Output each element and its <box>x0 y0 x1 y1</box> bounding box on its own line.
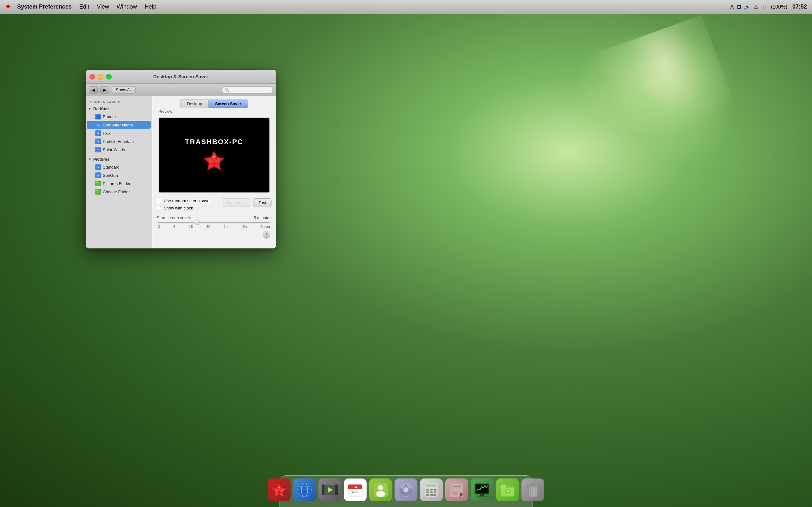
close-button[interactable] <box>90 74 95 79</box>
apple-menu-icon[interactable]: ✦ <box>5 3 11 11</box>
svg-rect-34 <box>322 485 324 495</box>
flux-label: Flux <box>103 131 111 135</box>
slider-section: Start screen saver: 5 minutes 3 5 15 30 … <box>157 213 271 231</box>
dock-item-activity-monitor[interactable] <box>471 478 494 501</box>
songun-label: SonGun <box>103 173 118 178</box>
volume-icon[interactable]: 🔊 <box>744 4 751 10</box>
slider-value: 5 minutes <box>254 216 271 220</box>
options-button[interactable]: Options... <box>222 199 250 207</box>
songun-icon: ★ <box>95 172 101 178</box>
svg-text:MON: MON <box>352 491 358 494</box>
tab-screen-saver[interactable]: Screen Saver <box>209 100 248 108</box>
dock-item-calculator[interactable] <box>420 478 443 501</box>
tab-desktop[interactable]: Desktop <box>180 100 209 108</box>
sidebar-item-flux[interactable]: ✦ Flux <box>86 129 152 137</box>
dock-item-contacts[interactable] <box>369 478 392 501</box>
sidebar-item-songun[interactable]: ★ SonGun <box>86 171 152 179</box>
random-screensaver-checkbox[interactable] <box>157 199 161 203</box>
menubar-help[interactable]: Help <box>145 3 156 10</box>
menubar-window[interactable]: Window <box>117 3 137 10</box>
dock: 24 MON <box>0 469 812 507</box>
sidebar-item-pictures-folder[interactable]: Pictures Folder <box>86 179 152 187</box>
computer-name-label: Computer Name <box>103 123 133 127</box>
dock-item-calendar[interactable]: 24 MON <box>344 478 367 501</box>
svg-rect-50 <box>434 489 437 491</box>
show-clock-row: Show with clock <box>157 206 211 210</box>
random-screensaver-row: Use random screen saver <box>157 199 211 203</box>
battery-icon: 🔋 <box>761 4 768 10</box>
svg-rect-63 <box>476 485 488 493</box>
dock-item-trash[interactable] <box>521 478 544 501</box>
choose-folder-label: Choose Folder... <box>103 189 133 194</box>
dock-item-system-tools[interactable] <box>395 478 417 501</box>
notification-icon: ⚠ <box>754 4 758 10</box>
tick-2hr: 2hr <box>242 225 247 228</box>
status-icons: A ⊞ 🔊 ⚠ 🔋 (100%) <box>730 4 787 10</box>
main-panel: Desktop Screen Saver Preview TRASHBOX-PC <box>152 96 276 248</box>
tick-30: 30 <box>206 225 210 228</box>
dock-item-video[interactable] <box>318 478 341 501</box>
search-box[interactable]: 🔍 <box>222 87 273 94</box>
svg-rect-49 <box>430 489 433 491</box>
random-screensaver-label: Use random screen saver <box>164 199 211 203</box>
tick-3: 3 <box>158 225 160 228</box>
svg-text:✦: ✦ <box>506 489 509 494</box>
computer-name-icon: ★ <box>95 122 101 128</box>
sidebar: Screen Savers ▼ RedStar 🔵 Banner ★ <box>86 96 152 248</box>
preview-content: TRASHBOX-PC <box>185 138 243 173</box>
pictures-group-label: Pictures <box>93 157 109 162</box>
menubar-app-name[interactable]: System Preferences <box>17 3 72 10</box>
window-body: Screen Savers ▼ RedStar 🔵 Banner ★ <box>86 96 276 248</box>
help-button[interactable]: ? <box>263 231 270 239</box>
svg-rect-67 <box>501 485 506 488</box>
redstar-group-label: RedStar <box>93 107 109 111</box>
clock: 07:52 <box>792 3 807 10</box>
svg-rect-55 <box>430 494 437 496</box>
show-all-button[interactable]: Show All <box>112 86 136 94</box>
preview-screen: TRASHBOX-PC <box>159 118 269 192</box>
solar-winds-icon: ✦ <box>95 147 101 153</box>
dock-item-browser[interactable] <box>293 478 316 501</box>
svg-rect-15 <box>96 190 98 191</box>
menubar-edit[interactable]: Edit <box>79 3 89 10</box>
svg-rect-65 <box>477 496 487 497</box>
dock-item-redstar[interactable] <box>268 478 291 501</box>
tick-5: 5 <box>173 225 175 228</box>
sidebar-item-computer-name[interactable]: ★ Computer Name <box>87 121 151 129</box>
solar-winds-label: Solar Winds <box>103 147 125 152</box>
sidebar-item-particle-fountain[interactable]: ✦ Particle Fountain <box>86 137 152 146</box>
svg-rect-54 <box>426 494 429 496</box>
svg-rect-64 <box>480 494 484 496</box>
svg-rect-35 <box>335 485 338 495</box>
sidebar-item-banner[interactable]: 🔵 Banner <box>86 112 152 121</box>
sidebar-item-solar-winds[interactable]: ✦ Solar Winds <box>86 146 152 154</box>
minimize-button[interactable] <box>98 74 103 79</box>
sidebar-item-standard[interactable]: ★ Standard <box>86 163 152 171</box>
sidebar-section-label: Screen Savers <box>86 100 152 105</box>
test-button[interactable]: Test <box>253 199 271 207</box>
dock-items: 24 MON <box>268 478 544 504</box>
menubar-view[interactable]: View <box>97 3 109 10</box>
sidebar-group-pictures[interactable]: ▼ Pictures <box>86 156 152 163</box>
battery-percent: (100%) <box>771 4 787 10</box>
dock-item-folder[interactable]: ✦ <box>496 478 519 501</box>
svg-rect-52 <box>430 492 433 493</box>
pictures-folder-icon <box>95 181 101 186</box>
sidebar-group-redstar[interactable]: ▼ RedStar <box>86 105 152 112</box>
svg-text:★: ★ <box>97 166 99 169</box>
input-method-icon: A <box>730 4 734 10</box>
dock-item-script-editor[interactable] <box>445 478 468 501</box>
slider-ticks: 3 5 15 30 1hr 2hr Never <box>158 223 270 228</box>
preview-section: Preview TRASHBOX-PC <box>152 108 276 195</box>
back-button[interactable]: ◀ <box>89 87 98 94</box>
window-titlebar: Desktop & Screen Saver <box>86 70 276 83</box>
svg-rect-51 <box>426 492 429 493</box>
sidebar-item-choose-folder[interactable]: Choose Folder... <box>86 187 152 196</box>
svg-rect-47 <box>426 484 437 487</box>
forward-button[interactable]: ▶ <box>100 87 109 94</box>
show-clock-checkbox[interactable] <box>157 206 161 210</box>
tick-never: Never <box>261 225 270 228</box>
maximize-button[interactable] <box>106 74 112 79</box>
svg-rect-53 <box>434 492 437 493</box>
slider-wrapper: 3 5 15 30 1hr 2hr Never <box>157 222 271 228</box>
